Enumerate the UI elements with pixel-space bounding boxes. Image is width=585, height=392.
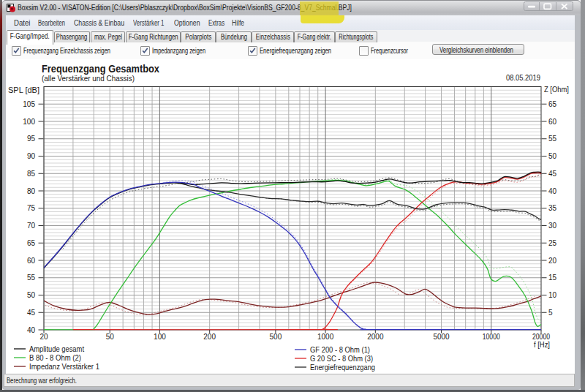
- svg-text:40: 40: [27, 326, 36, 334]
- svg-text:95: 95: [27, 135, 36, 143]
- svg-text:50: 50: [27, 291, 36, 299]
- svg-text:65: 65: [548, 100, 557, 108]
- svg-text:15: 15: [548, 274, 557, 282]
- svg-text:50: 50: [106, 333, 115, 341]
- svg-text:500: 500: [270, 333, 282, 341]
- svg-text:80: 80: [27, 187, 36, 195]
- svg-text:100: 100: [23, 118, 35, 126]
- svg-text:08.05.2019: 08.05.2019: [506, 74, 540, 82]
- svg-text:10000: 10000: [483, 333, 500, 341]
- svg-text:SPL [dB]: SPL [dB]: [8, 86, 39, 94]
- svg-text:G 20 SC - 8 Ohm (3): G 20 SC - 8 Ohm (3): [310, 355, 373, 363]
- svg-text:55: 55: [27, 274, 36, 282]
- svg-text:Amplitude gesamt: Amplitude gesamt: [29, 345, 84, 353]
- svg-text:GF 200 - 8 Ohm (1): GF 200 - 8 Ohm (1): [310, 346, 370, 354]
- svg-text:70: 70: [27, 222, 36, 230]
- svg-text:40: 40: [548, 187, 557, 195]
- svg-text:Frequenzgang Gesamtbox: Frequenzgang Gesamtbox: [42, 63, 159, 75]
- svg-text:2000: 2000: [367, 333, 384, 341]
- svg-text:85: 85: [27, 170, 36, 178]
- svg-text:1000: 1000: [317, 333, 334, 341]
- svg-text:35: 35: [548, 204, 557, 212]
- svg-text:10: 10: [548, 291, 557, 299]
- svg-text:55: 55: [548, 135, 557, 143]
- svg-text:60: 60: [27, 257, 36, 265]
- svg-text:5000: 5000: [433, 333, 450, 341]
- svg-text:Impedanz Verstärker 1: Impedanz Verstärker 1: [29, 363, 99, 371]
- svg-text:45: 45: [548, 170, 557, 178]
- svg-text:50: 50: [548, 152, 557, 160]
- svg-text:20: 20: [39, 333, 48, 341]
- svg-text:45: 45: [27, 309, 36, 317]
- svg-text:65: 65: [27, 239, 36, 247]
- svg-text:20000: 20000: [532, 333, 550, 341]
- svg-text:90: 90: [27, 152, 36, 160]
- svg-text:75: 75: [27, 204, 36, 212]
- svg-text:B 80 - 8 Ohm (2): B 80 - 8 Ohm (2): [29, 354, 81, 362]
- svg-text:5: 5: [548, 309, 553, 317]
- svg-text:25: 25: [548, 239, 557, 247]
- svg-text:Energiefrequenzgang: Energiefrequenzgang: [310, 363, 375, 372]
- svg-text:100: 100: [154, 333, 166, 341]
- svg-text:60: 60: [548, 118, 557, 126]
- svg-text:f [Hz]: f [Hz]: [534, 341, 550, 349]
- svg-text:30: 30: [548, 222, 557, 230]
- svg-text:105: 105: [23, 100, 35, 108]
- svg-text:200: 200: [203, 333, 216, 341]
- svg-text:20: 20: [548, 257, 557, 265]
- svg-text:Z [Ohm]: Z [Ohm]: [544, 86, 569, 94]
- svg-text:(alle Verstärker und Chassis): (alle Verstärker und Chassis): [42, 75, 135, 83]
